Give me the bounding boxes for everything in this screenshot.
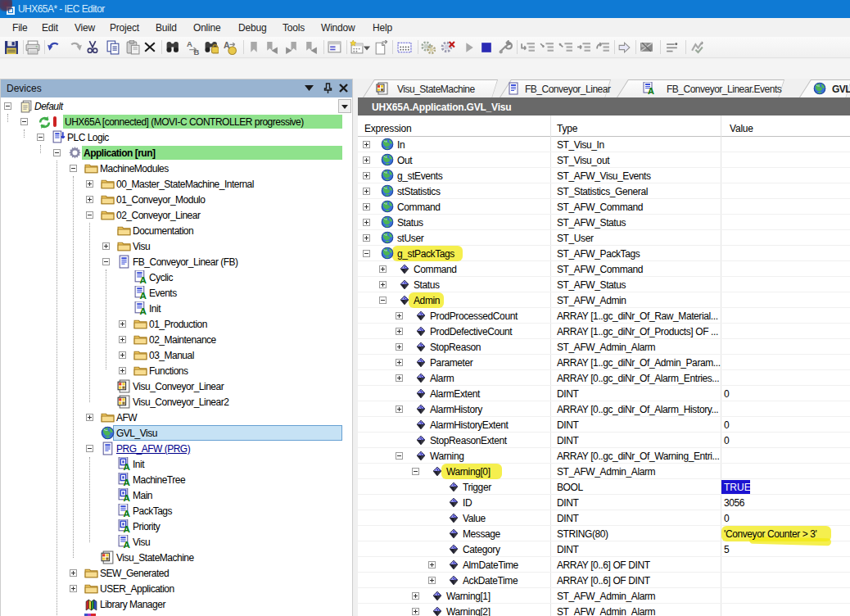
svg-text:A: A bbox=[187, 40, 192, 48]
svg-text:A: A bbox=[224, 40, 230, 50]
svg-text:B: B bbox=[194, 48, 200, 55]
